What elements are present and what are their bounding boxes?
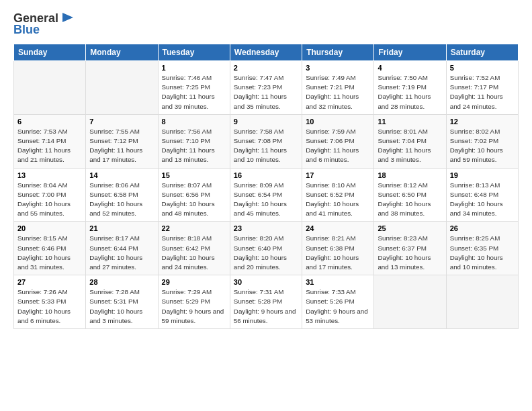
day-info: Sunrise: 8:13 AM Sunset: 6:48 PM Dayligh… <box>450 181 515 219</box>
day-info: Sunrise: 8:10 AM Sunset: 6:52 PM Dayligh… <box>306 181 370 219</box>
calendar-cell: 21Sunrise: 8:17 AM Sunset: 6:44 PM Dayli… <box>86 222 158 275</box>
day-number: 22 <box>162 224 226 232</box>
day-number: 7 <box>89 118 154 126</box>
day-number: 4 <box>378 64 442 72</box>
day-number: 27 <box>17 278 82 286</box>
day-info: Sunrise: 8:18 AM Sunset: 6:42 PM Dayligh… <box>162 234 226 272</box>
calendar-cell: 9Sunrise: 7:58 AM Sunset: 7:08 PM Daylig… <box>230 114 302 168</box>
calendar-cell <box>86 61 158 115</box>
day-info: Sunrise: 8:25 AM Sunset: 6:35 PM Dayligh… <box>450 234 515 272</box>
day-info: Sunrise: 7:28 AM Sunset: 5:31 PM Dayligh… <box>89 287 154 326</box>
day-number: 18 <box>378 171 442 179</box>
calendar-cell: 13Sunrise: 8:04 AM Sunset: 7:00 PM Dayli… <box>14 168 86 222</box>
calendar-cell: 7Sunrise: 7:55 AM Sunset: 7:12 PM Daylig… <box>86 114 158 168</box>
logo-flag-icon <box>60 11 75 26</box>
logo: General Blue <box>13 11 75 37</box>
calendar-cell: 10Sunrise: 7:59 AM Sunset: 7:06 PM Dayli… <box>302 114 374 168</box>
calendar-cell: 23Sunrise: 8:20 AM Sunset: 6:40 PM Dayli… <box>230 222 302 275</box>
calendar-cell: 2Sunrise: 7:47 AM Sunset: 7:23 PM Daylig… <box>230 61 302 115</box>
day-number: 6 <box>17 118 82 126</box>
calendar-cell: 3Sunrise: 7:49 AM Sunset: 7:21 PM Daylig… <box>302 61 374 115</box>
day-number: 23 <box>234 224 298 232</box>
header: General Blue <box>13 11 519 37</box>
calendar-day-header: Wednesday <box>230 44 302 61</box>
day-number: 15 <box>162 171 226 179</box>
calendar-day-header: Friday <box>374 44 446 61</box>
day-info: Sunrise: 7:53 AM Sunset: 7:14 PM Dayligh… <box>17 127 82 165</box>
day-number: 14 <box>89 171 154 179</box>
calendar-cell: 26Sunrise: 8:25 AM Sunset: 6:35 PM Dayli… <box>446 222 518 275</box>
day-info: Sunrise: 7:47 AM Sunset: 7:23 PM Dayligh… <box>234 73 298 111</box>
day-number: 13 <box>17 171 82 179</box>
calendar-day-header: Tuesday <box>158 44 230 61</box>
day-number: 21 <box>89 224 154 232</box>
day-number: 10 <box>306 118 370 126</box>
calendar-cell: 27Sunrise: 7:26 AM Sunset: 5:33 PM Dayli… <box>14 275 86 329</box>
calendar-cell <box>374 275 446 329</box>
day-info: Sunrise: 8:17 AM Sunset: 6:44 PM Dayligh… <box>89 234 154 272</box>
day-info: Sunrise: 7:52 AM Sunset: 7:17 PM Dayligh… <box>450 73 515 111</box>
calendar-day-header: Saturday <box>446 44 518 61</box>
day-number: 9 <box>234 118 298 126</box>
calendar-cell <box>14 61 86 115</box>
day-number: 16 <box>234 171 298 179</box>
calendar-week-row: 20Sunrise: 8:15 AM Sunset: 6:46 PM Dayli… <box>14 222 519 275</box>
day-number: 31 <box>306 278 370 286</box>
day-info: Sunrise: 8:21 AM Sunset: 6:38 PM Dayligh… <box>306 234 370 272</box>
day-info: Sunrise: 7:50 AM Sunset: 7:19 PM Dayligh… <box>378 73 442 111</box>
day-number: 19 <box>450 171 515 179</box>
day-info: Sunrise: 7:59 AM Sunset: 7:06 PM Dayligh… <box>306 127 370 165</box>
calendar-cell: 28Sunrise: 7:28 AM Sunset: 5:31 PM Dayli… <box>86 275 158 329</box>
calendar-header-row: SundayMondayTuesdayWednesdayThursdayFrid… <box>14 44 519 61</box>
day-number: 26 <box>450 224 515 232</box>
calendar-cell: 20Sunrise: 8:15 AM Sunset: 6:46 PM Dayli… <box>14 222 86 275</box>
calendar-table: SundayMondayTuesdayWednesdayThursdayFrid… <box>13 44 519 329</box>
day-info: Sunrise: 8:15 AM Sunset: 6:46 PM Dayligh… <box>17 234 82 272</box>
day-info: Sunrise: 8:06 AM Sunset: 6:58 PM Dayligh… <box>89 181 154 219</box>
calendar-cell: 22Sunrise: 8:18 AM Sunset: 6:42 PM Dayli… <box>158 222 230 275</box>
day-info: Sunrise: 8:23 AM Sunset: 6:37 PM Dayligh… <box>378 234 442 272</box>
calendar-day-header: Sunday <box>14 44 86 61</box>
calendar-week-row: 27Sunrise: 7:26 AM Sunset: 5:33 PM Dayli… <box>14 275 519 329</box>
calendar-cell: 19Sunrise: 8:13 AM Sunset: 6:48 PM Dayli… <box>446 168 518 222</box>
calendar-cell: 17Sunrise: 8:10 AM Sunset: 6:52 PM Dayli… <box>302 168 374 222</box>
day-info: Sunrise: 7:58 AM Sunset: 7:08 PM Dayligh… <box>234 127 298 165</box>
day-info: Sunrise: 7:31 AM Sunset: 5:28 PM Dayligh… <box>234 287 298 326</box>
day-info: Sunrise: 8:09 AM Sunset: 6:54 PM Dayligh… <box>234 181 298 219</box>
day-info: Sunrise: 7:46 AM Sunset: 7:25 PM Dayligh… <box>162 73 226 111</box>
calendar-week-row: 13Sunrise: 8:04 AM Sunset: 7:00 PM Dayli… <box>14 168 519 222</box>
calendar-cell: 4Sunrise: 7:50 AM Sunset: 7:19 PM Daylig… <box>374 61 446 115</box>
day-number: 2 <box>234 64 298 72</box>
day-number: 25 <box>378 224 442 232</box>
calendar-cell: 11Sunrise: 8:01 AM Sunset: 7:04 PM Dayli… <box>374 114 446 168</box>
day-info: Sunrise: 7:26 AM Sunset: 5:33 PM Dayligh… <box>17 287 82 326</box>
calendar-cell: 5Sunrise: 7:52 AM Sunset: 7:17 PM Daylig… <box>446 61 518 115</box>
calendar-cell: 30Sunrise: 7:31 AM Sunset: 5:28 PM Dayli… <box>230 275 302 329</box>
day-number: 8 <box>162 118 226 126</box>
day-info: Sunrise: 7:29 AM Sunset: 5:29 PM Dayligh… <box>162 287 226 326</box>
day-number: 28 <box>89 278 154 286</box>
day-number: 24 <box>306 224 370 232</box>
day-info: Sunrise: 8:12 AM Sunset: 6:50 PM Dayligh… <box>378 181 442 219</box>
calendar-cell: 8Sunrise: 7:56 AM Sunset: 7:10 PM Daylig… <box>158 114 230 168</box>
day-number: 12 <box>450 118 515 126</box>
day-info: Sunrise: 8:20 AM Sunset: 6:40 PM Dayligh… <box>234 234 298 272</box>
day-number: 5 <box>450 64 515 72</box>
calendar-cell: 29Sunrise: 7:29 AM Sunset: 5:29 PM Dayli… <box>158 275 230 329</box>
day-info: Sunrise: 8:07 AM Sunset: 6:56 PM Dayligh… <box>162 181 226 219</box>
calendar-week-row: 6Sunrise: 7:53 AM Sunset: 7:14 PM Daylig… <box>14 114 519 168</box>
calendar-cell: 16Sunrise: 8:09 AM Sunset: 6:54 PM Dayli… <box>230 168 302 222</box>
calendar-day-header: Thursday <box>302 44 374 61</box>
day-info: Sunrise: 8:04 AM Sunset: 7:00 PM Dayligh… <box>17 181 82 219</box>
calendar-cell: 15Sunrise: 8:07 AM Sunset: 6:56 PM Dayli… <box>158 168 230 222</box>
day-number: 30 <box>234 278 298 286</box>
calendar-cell: 18Sunrise: 8:12 AM Sunset: 6:50 PM Dayli… <box>374 168 446 222</box>
day-info: Sunrise: 8:01 AM Sunset: 7:04 PM Dayligh… <box>378 127 442 165</box>
day-number: 20 <box>17 224 82 232</box>
day-number: 1 <box>162 64 226 72</box>
page: General Blue SundayMondayTuesdayWednesda… <box>0 0 532 411</box>
day-info: Sunrise: 8:02 AM Sunset: 7:02 PM Dayligh… <box>450 127 515 165</box>
calendar-cell: 1Sunrise: 7:46 AM Sunset: 7:25 PM Daylig… <box>158 61 230 115</box>
calendar-cell: 31Sunrise: 7:33 AM Sunset: 5:26 PM Dayli… <box>302 275 374 329</box>
calendar-day-header: Monday <box>86 44 158 61</box>
